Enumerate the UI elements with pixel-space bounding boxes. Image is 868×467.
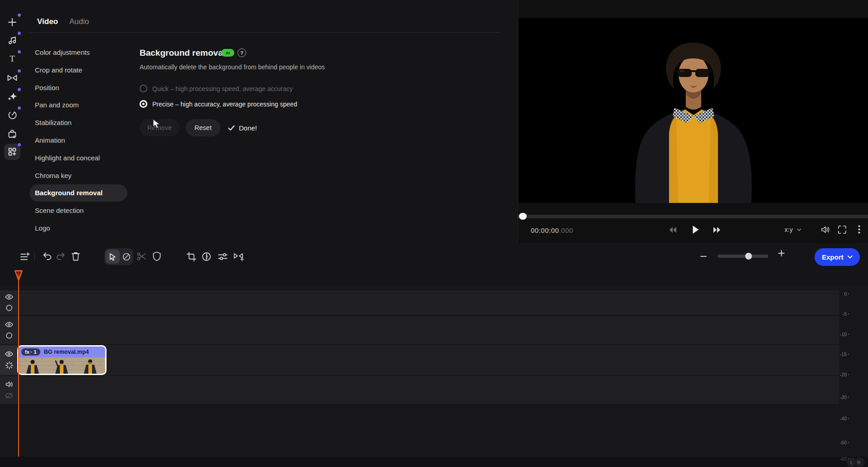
video-editor-app: T: [0, 0, 868, 467]
radio-precise-circle: [140, 100, 147, 108]
meter-db-tick: [848, 458, 849, 459]
meter-db-tick: [848, 374, 849, 375]
video-person: [519, 18, 868, 203]
meter-channel-r: R: [856, 460, 862, 465]
adjust-sliders-icon[interactable]: [218, 252, 228, 261]
eye-icon[interactable]: [5, 351, 13, 357]
contrast-icon[interactable]: [202, 252, 211, 261]
track-4-lane[interactable]: [18, 376, 839, 404]
track-2-header: [0, 316, 18, 344]
check-icon: [228, 125, 235, 131]
export-button[interactable]: Export: [815, 248, 860, 266]
meter-db-label: -40: [831, 416, 847, 421]
preview-panel: 00:00:00.000 x:y: [518, 0, 868, 243]
shield-icon[interactable]: [153, 251, 161, 261]
meter-db-label: -15: [831, 351, 847, 357]
zoom-in-button[interactable]: [778, 250, 785, 257]
playhead-line[interactable]: [18, 272, 19, 457]
undo-icon[interactable]: [42, 252, 52, 261]
radio-precise-label: Precise – high accuracy, average process…: [152, 101, 297, 108]
zoom-out-button[interactable]: [700, 253, 707, 260]
eye-icon[interactable]: [5, 294, 13, 300]
menu-item-background-removal[interactable]: Background removal: [29, 184, 127, 202]
timeline-bottom-strip: [0, 457, 868, 467]
redo-icon[interactable]: [56, 252, 66, 261]
clip-header: fx · 1 BG removal.mp4: [19, 347, 105, 357]
menu-item-pan-and-zoom[interactable]: Pan and zoom: [29, 96, 127, 114]
razor-tool-button[interactable]: [120, 250, 133, 264]
eye-off-icon[interactable]: [5, 392, 13, 399]
export-chevron-icon: [848, 255, 853, 259]
mouse-cursor: [152, 119, 162, 130]
radio-quick-label: Quick – high processing speed, average a…: [152, 85, 293, 92]
timeline-ruler[interactable]: 00:00:0000:00:0500:00:1000:00:1500:00:20…: [0, 270, 868, 285]
fullscreen-icon[interactable]: [838, 226, 846, 234]
track-1-header: [0, 290, 18, 315]
meter-db-tick: [848, 442, 849, 443]
crop-icon[interactable]: [187, 252, 196, 261]
eye-icon[interactable]: [5, 322, 13, 327]
meter-db-label: -10: [831, 332, 847, 337]
meter-db-tick: [848, 313, 849, 314]
freehand-burst-icon[interactable]: [5, 361, 13, 369]
track-3-header: [0, 345, 18, 375]
ratio-label: x:y: [785, 226, 793, 233]
play-button[interactable]: [692, 225, 699, 234]
meter-db-label: -20: [831, 372, 847, 377]
select-tool-button[interactable]: [106, 250, 120, 264]
help-icon[interactable]: ?: [238, 48, 246, 57]
done-label: Done!: [239, 124, 257, 132]
menu-item-color-adjustments[interactable]: Color adjustments: [29, 44, 127, 61]
menu-item-logo[interactable]: Logo: [29, 220, 127, 237]
done-status[interactable]: Done!: [228, 119, 257, 136]
meter-db-label: -30: [831, 395, 847, 400]
menu-item-crop-and-rotate[interactable]: Crop and rotate: [29, 62, 127, 79]
ratio-button[interactable]: x:y: [785, 226, 801, 233]
meter-db-tick: [848, 294, 849, 294]
ai-badge: AI: [221, 49, 234, 57]
radio-precise[interactable]: Precise – high accuracy, average process…: [140, 100, 297, 108]
link-icon[interactable]: [5, 304, 13, 312]
speaker-small-icon[interactable]: [5, 381, 13, 388]
reset-button[interactable]: Reset: [186, 119, 220, 136]
player-controls: 00:00:00.000 x:y: [518, 221, 868, 240]
zoom-slider-thumb[interactable]: [745, 253, 752, 260]
timeline-clip[interactable]: fx · 1 BG removal.mp4: [17, 345, 107, 375]
meter-db-tick: [848, 418, 849, 419]
track-1-lane[interactable]: [18, 290, 839, 315]
speaker-icon[interactable]: [821, 226, 830, 234]
seek-bar[interactable]: [518, 215, 868, 218]
meter-channel-l: L: [849, 460, 854, 465]
track-2-lane[interactable]: [18, 316, 839, 344]
delete-icon[interactable]: [71, 251, 80, 261]
timeline-toolbar: Export: [0, 243, 868, 270]
tool-group: [104, 248, 133, 265]
effects-menu: Color adjustmentsCrop and rotatePosition…: [0, 0, 154, 243]
meter-db-tick: [848, 354, 849, 355]
split-scissors-icon[interactable]: [137, 252, 146, 261]
menu-item-animation[interactable]: Animation: [29, 132, 127, 149]
seek-thumb[interactable]: [519, 213, 527, 220]
meter-db-label: 0: [831, 291, 847, 297]
transition-add-icon[interactable]: [233, 252, 244, 261]
meter-db-tick: [848, 334, 849, 335]
menu-item-scene-detection[interactable]: Scene detection: [29, 202, 127, 219]
menu-item-position[interactable]: Position: [29, 79, 127, 96]
video-frame: [519, 18, 868, 203]
menu-item-stabilization[interactable]: Stabilization: [29, 114, 127, 131]
link-icon[interactable]: [5, 332, 13, 339]
fast-forward-button[interactable]: [713, 226, 721, 233]
menu-item-chroma-key[interactable]: Chroma key: [29, 167, 127, 184]
playhead-marker[interactable]: [14, 270, 23, 281]
meter-db-label: -5: [831, 311, 847, 317]
rewind-button[interactable]: [669, 226, 677, 233]
chevron-down-icon: [797, 228, 801, 231]
menu-item-highlight-and-conceal[interactable]: Highlight and conceal: [29, 149, 127, 167]
radio-quick[interactable]: Quick – high processing speed, average a…: [140, 85, 293, 92]
add-to-timeline-icon[interactable]: [20, 252, 30, 261]
player-timecode: 00:00:00.000: [531, 226, 573, 234]
radio-quick-circle: [140, 85, 147, 92]
zoom-slider[interactable]: [718, 255, 768, 258]
track-3-lane[interactable]: [18, 345, 839, 375]
more-options-icon[interactable]: [858, 225, 860, 234]
